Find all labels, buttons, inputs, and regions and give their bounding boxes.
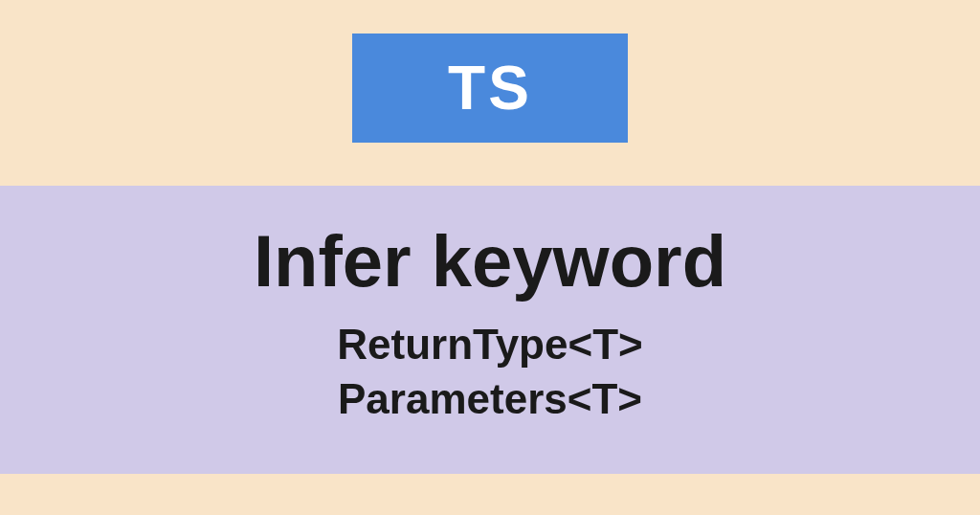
main-title: Infer keyword [254, 219, 726, 302]
content-band: Infer keyword ReturnType<T> Parameters<T… [0, 186, 980, 474]
subtitle-parameters: Parameters<T> [338, 371, 642, 426]
typescript-badge: TS [352, 34, 628, 143]
subtitle-returntype: ReturnType<T> [337, 317, 642, 371]
